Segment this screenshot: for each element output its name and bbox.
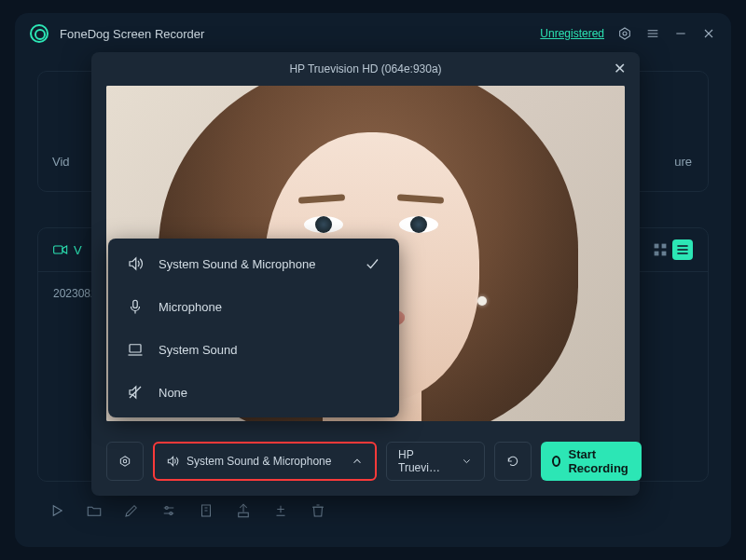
- capture-mode-label-partial: ure: [674, 155, 692, 169]
- svg-rect-12: [662, 252, 667, 256]
- menu-icon[interactable]: [645, 26, 660, 41]
- audio-option-label: System Sound & Microphone: [159, 257, 315, 271]
- svg-marker-0: [620, 28, 630, 39]
- trash-icon[interactable]: [310, 502, 326, 523]
- audio-option-system-and-mic[interactable]: System Sound & Microphone: [108, 242, 399, 285]
- video-tab[interactable]: V: [53, 243, 82, 257]
- camera-device-label: HP Truevi…: [398, 448, 453, 474]
- svg-rect-32: [133, 300, 138, 307]
- app-logo-icon: [30, 24, 48, 43]
- svg-point-31: [123, 459, 127, 463]
- record-icon: [552, 456, 560, 467]
- modal-close-icon[interactable]: ✕: [610, 60, 629, 78]
- audio-option-label: System Sound: [159, 343, 238, 357]
- adjust-icon[interactable]: [160, 502, 177, 523]
- camera-device-button[interactable]: HP Truevi…: [386, 442, 485, 481]
- svg-rect-34: [130, 345, 141, 352]
- svg-rect-9: [655, 244, 659, 249]
- svg-rect-11: [655, 252, 659, 256]
- audio-option-microphone[interactable]: Microphone: [108, 285, 399, 328]
- audio-option-label: Microphone: [159, 300, 222, 314]
- app-title: FoneDog Screen Recorder: [60, 27, 204, 41]
- svg-rect-8: [54, 246, 62, 253]
- svg-marker-30: [120, 457, 129, 467]
- video-tab-label: V: [74, 243, 82, 257]
- svg-rect-24: [239, 512, 249, 517]
- svg-point-1: [623, 32, 627, 35]
- close-icon[interactable]: [701, 26, 716, 41]
- check-icon: [364, 255, 380, 272]
- view-list-button[interactable]: [672, 239, 693, 260]
- bottom-toolbar: [37, 493, 709, 532]
- folder-icon[interactable]: [86, 502, 103, 523]
- svg-marker-16: [53, 506, 62, 516]
- play-icon[interactable]: [48, 502, 65, 523]
- edit-icon[interactable]: [123, 502, 140, 523]
- recording-filename-partial: 2023082: [53, 287, 97, 300]
- audio-source-dropdown: System Sound & Microphone Microphone Sys…: [108, 239, 399, 417]
- audio-source-label: System Sound & Microphone: [186, 455, 331, 468]
- view-grid-button[interactable]: [650, 239, 670, 260]
- compress-icon[interactable]: [198, 502, 214, 523]
- audio-option-system-sound[interactable]: System Sound: [108, 328, 399, 371]
- reset-button[interactable]: [494, 442, 532, 481]
- settings-hex-icon[interactable]: [617, 26, 632, 41]
- svg-rect-10: [662, 244, 667, 249]
- video-mode-label-partial: Vid: [52, 155, 70, 169]
- modal-title: HP Truevision HD (064e:930a): [289, 62, 441, 75]
- modal-settings-button[interactable]: [106, 442, 144, 481]
- audio-option-label: None: [159, 386, 187, 400]
- svg-line-36: [130, 387, 141, 398]
- audio-source-button[interactable]: System Sound & Microphone: [153, 442, 377, 481]
- unregistered-link[interactable]: Unregistered: [540, 27, 604, 40]
- minimize-icon[interactable]: [673, 26, 688, 41]
- audio-option-none[interactable]: None: [108, 371, 399, 414]
- export-icon[interactable]: [235, 502, 252, 523]
- add-icon[interactable]: [272, 502, 289, 523]
- start-recording-label: Start Recording: [568, 447, 630, 475]
- start-recording-button[interactable]: Start Recording: [541, 442, 642, 481]
